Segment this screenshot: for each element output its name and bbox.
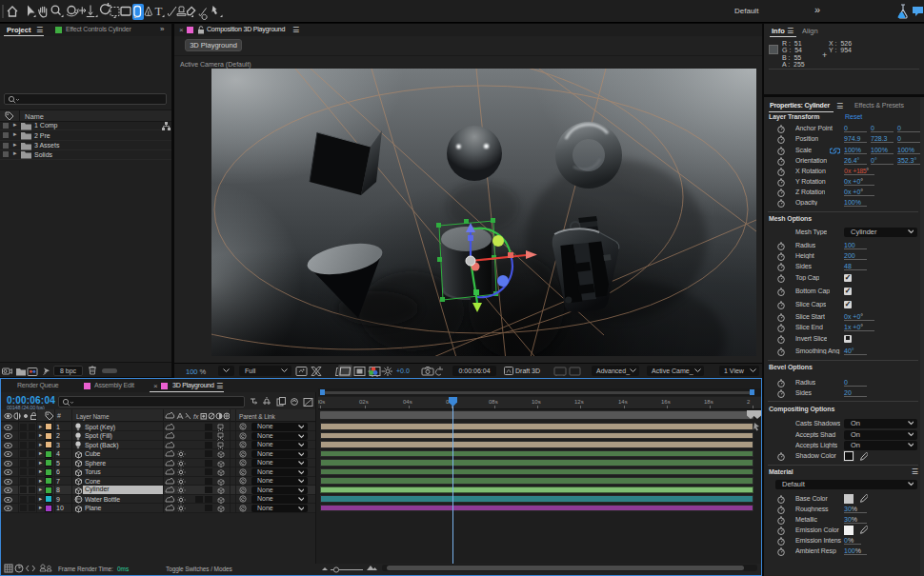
svg-text:fx: fx: [193, 413, 199, 420]
svg-text:T: T: [155, 4, 163, 18]
